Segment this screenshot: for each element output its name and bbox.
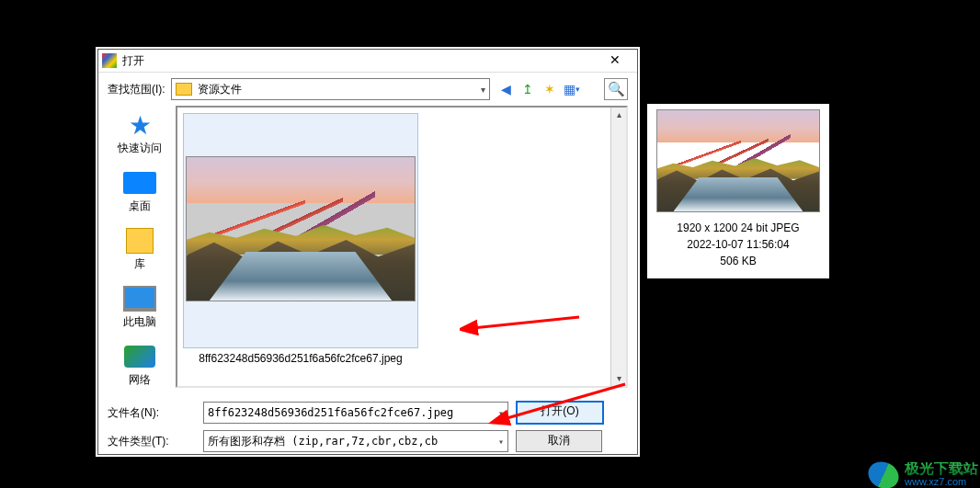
up-icon[interactable]: ↥ [518, 80, 538, 98]
places-label: 快速访问 [118, 141, 162, 156]
library-icon [126, 228, 154, 254]
filename-label: 文件名(N): [108, 405, 196, 421]
scroll-down-icon[interactable]: ▾ [611, 371, 626, 386]
preview-toggle-button[interactable]: 🔍 [604, 78, 628, 100]
close-button[interactable]: ✕ [597, 50, 633, 72]
watermark-url: www.xz7.com [905, 475, 978, 488]
places-label: 此电脑 [123, 314, 156, 330]
places-this-pc[interactable]: 此电脑 [109, 285, 170, 330]
thumbnail-selection [183, 113, 418, 348]
titlebar: 打开 ✕ [98, 50, 637, 73]
lookin-combo[interactable]: 资源文件 ▾ [171, 78, 490, 100]
chevron-down-icon: ▾ [481, 85, 485, 95]
network-icon [124, 346, 155, 368]
folder-icon [176, 83, 192, 96]
chevron-down-icon: ▾ [498, 437, 504, 447]
preview-dimensions: 1920 x 1200 24 bit JPEG [677, 220, 799, 236]
toolbar-icons: ◀ ↥ ✶ ▦▾ [496, 80, 582, 98]
places-label: 桌面 [129, 199, 151, 214]
open-file-dialog: 打开 ✕ 查找范围(I): 资源文件 ▾ ◀ ↥ ✶ ▦▾ 🔍 ★ 快速访问 [97, 49, 638, 455]
preview-filesize: 506 KB [720, 253, 756, 269]
file-thumbnail-item[interactable]: 8ff623248d56936d251f6a56fc2fce67.jpeg [183, 113, 418, 380]
cancel-button[interactable]: 取消 [516, 430, 602, 452]
watermark-logo-icon [864, 457, 904, 488]
filetype-value: 所有图形和存档 (zip,rar,7z,cbr,cbz,cb [208, 434, 438, 449]
preview-image [656, 109, 820, 212]
lookin-label: 查找范围(I): [108, 82, 165, 97]
places-network[interactable]: 网络 [109, 343, 170, 388]
lookin-row: 查找范围(I): 资源文件 ▾ ◀ ↥ ✶ ▦▾ 🔍 [108, 78, 628, 100]
middle-area: ★ 快速访问 桌面 库 此电脑 网络 [108, 106, 628, 388]
places-quick-access[interactable]: ★ 快速访问 [109, 111, 170, 156]
desktop-icon [123, 172, 156, 194]
views-icon[interactable]: ▦▾ [562, 80, 582, 98]
thumbnail-image [186, 156, 416, 301]
preview-timestamp: 2022-10-07 11:56:04 [687, 236, 789, 253]
filetype-combo[interactable]: 所有图形和存档 (zip,rar,7z,cbr,cbz,cb ▾ [203, 430, 508, 452]
watermark: 极光下载站 www.xz7.com [868, 462, 978, 488]
scroll-up-icon[interactable]: ▴ [611, 108, 626, 122]
preview-panel: 1920 x 1200 24 bit JPEG 2022-10-07 11:56… [647, 104, 829, 278]
places-label: 库 [134, 256, 145, 272]
thumbnail-filename: 8ff623248d56936d251f6a56fc2fce67.jpeg [199, 352, 402, 365]
new-folder-icon[interactable]: ✶ [540, 80, 560, 98]
app-icon [102, 53, 117, 68]
vertical-scrollbar[interactable]: ▴ ▾ [610, 108, 626, 386]
places-bar: ★ 快速访问 桌面 库 此电脑 网络 [108, 106, 172, 388]
filename-input[interactable]: 8ff623248d56936d251f6a56fc2fce67.jpeg ▾ [203, 402, 508, 424]
bottom-rows: 文件名(N): 8ff623248d56936d251f6a56fc2fce67… [108, 395, 628, 452]
places-desktop[interactable]: 桌面 [109, 169, 170, 214]
places-library[interactable]: 库 [109, 227, 170, 272]
pc-icon [123, 286, 156, 312]
star-icon: ★ [123, 111, 156, 139]
dialog-title: 打开 [122, 53, 597, 69]
lookin-value: 资源文件 [198, 82, 242, 97]
filename-value: 8ff623248d56936d251f6a56fc2fce67.jpeg [208, 406, 453, 419]
open-button[interactable]: 打开(O) [516, 401, 604, 425]
chevron-down-icon: ▾ [498, 408, 504, 418]
watermark-name: 极光下载站 [905, 462, 978, 475]
back-icon[interactable]: ◀ [496, 80, 516, 98]
file-list-pane[interactable]: 8ff623248d56936d251f6a56fc2fce67.jpeg ▴ … [176, 106, 628, 388]
dialog-body: 查找范围(I): 资源文件 ▾ ◀ ↥ ✶ ▦▾ 🔍 ★ 快速访问 [98, 73, 637, 461]
places-label: 网络 [129, 372, 151, 388]
filetype-label: 文件类型(T): [108, 434, 196, 449]
